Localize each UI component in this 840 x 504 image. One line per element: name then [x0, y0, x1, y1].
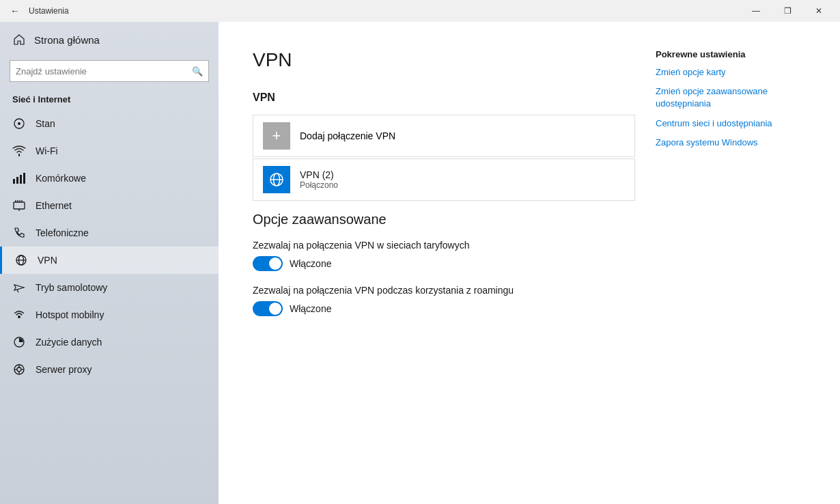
- ethernet-icon: [12, 199, 26, 212]
- advanced-section-title: Opcje zaawansowane: [253, 212, 806, 227]
- toggle-tariff-knob: [269, 257, 281, 270]
- related-settings-panel: Pokrewne ustawienia Zmień opcje karty Zm…: [656, 49, 806, 156]
- vpn-connection-name: VPN (2): [300, 169, 338, 180]
- minimize-button[interactable]: —: [740, 0, 772, 22]
- sidebar-item-tryb-samolotowy-label: Tryb samolotowy: [36, 282, 107, 293]
- close-button[interactable]: ✕: [803, 0, 835, 22]
- sidebar-home-button[interactable]: Strona główna: [0, 22, 219, 57]
- sidebar-item-telefoniczne-label: Telefoniczne: [36, 227, 89, 238]
- sidebar: Strona główna 🔍 Sieć i Internet Stan: [0, 22, 219, 504]
- phone-icon: [12, 226, 26, 240]
- toggle-roaming-text: Włączone: [290, 303, 331, 314]
- signal-icon: [12, 171, 26, 185]
- toggle-tariff-text: Włączone: [290, 258, 331, 269]
- vpn-connection-status: Połączono: [300, 180, 338, 190]
- vpn-connection-icon: [263, 166, 290, 193]
- toggle-row-tariff: Zezwalaj na połączenia VPN w sieciach ta…: [253, 240, 697, 271]
- sidebar-item-telefoniczne[interactable]: Telefoniczne: [0, 219, 219, 247]
- toggle-row-roaming: Zezwalaj na połączenia VPN podczas korzy…: [253, 285, 697, 316]
- home-icon: [12, 33, 26, 46]
- sidebar-item-hotspot-label: Hotspot mobilny: [36, 309, 104, 320]
- airplane-icon: [12, 281, 26, 294]
- sidebar-item-komorkowe-label: Komórkowe: [36, 173, 86, 184]
- sidebar-item-proxy-label: Serwer proxy: [36, 364, 92, 375]
- toggle-tariff[interactable]: [253, 256, 283, 271]
- toggle-roaming[interactable]: [253, 301, 283, 316]
- svg-point-1: [18, 122, 20, 125]
- sidebar-item-ethernet-label: Ethernet: [36, 200, 72, 211]
- toggle-roaming-knob: [269, 303, 281, 315]
- svg-line-15: [17, 290, 18, 292]
- vpn-connection-item[interactable]: VPN (2) Połączono: [253, 158, 635, 201]
- sidebar-item-zuzycie[interactable]: Zużycie danych: [0, 328, 219, 356]
- vpn-icon: [14, 253, 28, 267]
- svg-rect-4: [20, 175, 22, 184]
- hotspot-icon: [12, 308, 26, 322]
- related-link-centrum-sieci[interactable]: Centrum sieci i udostępniania: [656, 117, 806, 130]
- svg-rect-6: [14, 202, 25, 209]
- stan-icon: [12, 117, 26, 130]
- vpn-connection-info: VPN (2) Połączono: [300, 169, 338, 190]
- sidebar-section-header: Sieć i Internet: [0, 90, 219, 110]
- toggle-tariff-label: Zezwalaj na połączenia VPN w sieciach ta…: [253, 240, 697, 251]
- restore-button[interactable]: ❐: [772, 0, 803, 22]
- sidebar-item-hotspot[interactable]: Hotspot mobilny: [0, 301, 219, 328]
- toggle-tariff-control: Włączone: [253, 256, 697, 271]
- sidebar-item-wifi[interactable]: Wi-Fi: [0, 137, 219, 165]
- svg-rect-5: [23, 173, 25, 184]
- title-bar: ← Ustawienia — ❐ ✕: [0, 0, 840, 22]
- add-vpn-item[interactable]: + Dodaj połączenie VPN: [253, 115, 635, 157]
- svg-rect-3: [16, 177, 18, 184]
- related-link-opcje-karty[interactable]: Zmień opcje karty: [656, 66, 806, 79]
- wifi-icon: [12, 144, 26, 158]
- sidebar-item-komorkowe[interactable]: Komórkowe: [0, 165, 219, 192]
- sidebar-item-stan[interactable]: Stan: [0, 110, 219, 137]
- svg-rect-2: [13, 179, 15, 184]
- toggle-roaming-control: Włączone: [253, 301, 697, 316]
- window-title: Ustawienia: [25, 6, 740, 16]
- main-container: Strona główna 🔍 Sieć i Internet Stan: [0, 22, 840, 504]
- data-icon: [12, 335, 26, 349]
- sidebar-item-tryb-samolotowy[interactable]: Tryb samolotowy: [0, 274, 219, 301]
- search-input[interactable]: [16, 66, 192, 76]
- search-icon[interactable]: 🔍: [192, 66, 203, 76]
- sidebar-item-wifi-label: Wi-Fi: [36, 145, 58, 156]
- svg-point-19: [17, 367, 21, 372]
- related-settings-title: Pokrewne ustawienia: [656, 49, 806, 59]
- sidebar-item-ethernet[interactable]: Ethernet: [0, 192, 219, 219]
- related-link-zapora[interactable]: Zapora systemu Windows: [656, 137, 806, 149]
- back-button[interactable]: ←: [5, 1, 25, 20]
- sidebar-item-zuzycie-label: Zużycie danych: [36, 337, 102, 348]
- sidebar-item-vpn[interactable]: VPN: [0, 247, 219, 274]
- sidebar-item-stan-label: Stan: [36, 118, 55, 129]
- window-controls: — ❐ ✕: [740, 0, 835, 22]
- svg-point-16: [18, 316, 20, 318]
- search-box[interactable]: 🔍: [10, 60, 209, 82]
- add-vpn-label: Dodaj połączenie VPN: [300, 130, 395, 141]
- toggle-roaming-label: Zezwalaj na połączenia VPN podczas korzy…: [253, 285, 697, 296]
- sidebar-item-vpn-label: VPN: [38, 255, 57, 266]
- add-vpn-icon: +: [263, 122, 290, 150]
- sidebar-item-proxy[interactable]: Serwer proxy: [0, 356, 219, 383]
- proxy-icon: [12, 363, 26, 376]
- related-link-opcje-udostepniania[interactable]: Zmień opcje zaawansowane udostępniania: [656, 85, 806, 110]
- content-panel: Pokrewne ustawienia Zmień opcje karty Zm…: [219, 22, 840, 504]
- home-label: Strona główna: [34, 34, 100, 46]
